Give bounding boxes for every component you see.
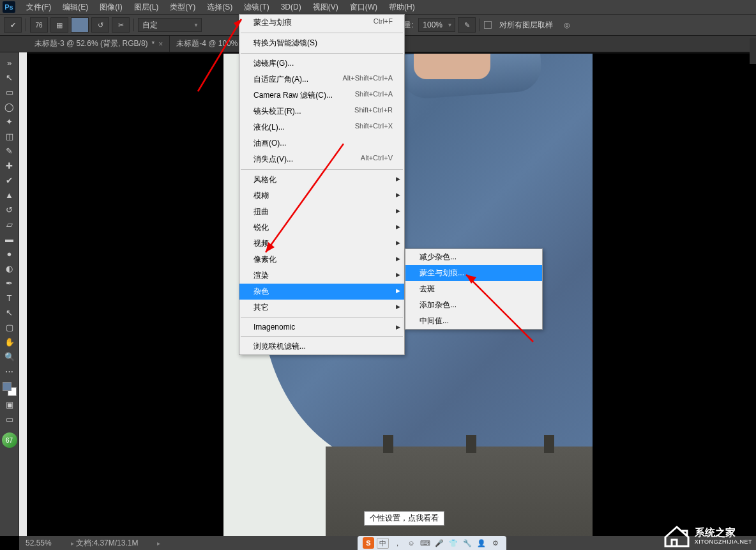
ctx-lens-correction[interactable]: 镜头校正(R)...Shift+Ctrl+R [239, 103, 404, 119]
status-zoom[interactable]: 52.55% [26, 539, 52, 547]
pressure-icon[interactable]: ◎ [558, 17, 576, 33]
sub-add-noise[interactable]: 添加杂色... [405, 297, 542, 313]
flow-dropdown[interactable]: 100% [418, 18, 455, 32]
pen-tool-icon[interactable]: ✒ [3, 277, 17, 289]
brush-size[interactable]: 76 [30, 17, 48, 33]
watermark-house-icon [663, 524, 691, 547]
quickmask-icon[interactable]: ▣ [3, 398, 17, 411]
menu-view[interactable]: 视图(V) [307, 0, 344, 14]
toolbox: » ↖ ▭ ◯ ✦ ◫ ✎ ✚ ✔ ▲ ↺ ▱ ▬ ● ◐ ✒ T ↖ ▢ ✋ … [0, 52, 19, 536]
menu-select[interactable]: 选择(S) [201, 0, 238, 14]
sogou-icon[interactable]: S [363, 537, 374, 549]
ctx-separator [241, 169, 403, 170]
ime-settings-icon[interactable]: ⚙ [490, 537, 501, 549]
menu-filter[interactable]: 滤镜(T) [238, 0, 275, 14]
mode-dropdown[interactable]: 自定 [138, 18, 202, 32]
sample-all-checkbox[interactable] [484, 21, 492, 29]
ctx-separator [241, 317, 403, 318]
color-swatches[interactable] [3, 382, 17, 396]
eraser-tool-icon[interactable]: ▱ [3, 218, 17, 231]
scissors-icon[interactable]: ✂ [112, 17, 130, 33]
gradient-tool-icon[interactable]: ▬ [3, 233, 17, 245]
ctx-video[interactable]: 视频 [239, 236, 404, 252]
ctx-filter-gallery[interactable]: 滤镜库(G)... [239, 56, 404, 72]
brush-panel-icon[interactable]: ▦ [50, 17, 68, 33]
tab-close-icon[interactable]: × [158, 40, 163, 49]
dodge-tool-icon[interactable]: ◐ [3, 262, 17, 275]
hand-tool-icon[interactable]: ✋ [3, 335, 17, 348]
ctx-last-filter[interactable]: 蒙尘与划痕Ctrl+F [239, 15, 404, 31]
sub-dust-scratches[interactable]: 蒙尘与划痕... [405, 265, 542, 281]
ctx-camera-raw[interactable]: Camera Raw 滤镜(C)...Shift+Ctrl+A [239, 88, 404, 103]
ctx-other[interactable]: 其它 [239, 300, 404, 316]
menubar: Ps 文件(F) 编辑(E) 图像(I) 图层(L) 类型(Y) 选择(S) 滤… [0, 0, 756, 14]
history-brush-icon[interactable]: ↺ [3, 203, 17, 216]
move-tool-icon[interactable]: ↖ [3, 71, 17, 84]
ctx-vanishing-point[interactable]: 消失点(V)...Alt+Ctrl+V [239, 151, 404, 167]
ime-lang-badge[interactable]: 中 [377, 538, 389, 549]
ctx-imagenomic[interactable]: Imagenomic [239, 320, 404, 334]
ime-voice-icon[interactable]: 🎤 [434, 537, 445, 549]
blur-tool-icon[interactable]: ● [3, 247, 17, 260]
ctx-pixelate[interactable]: 像素化 [239, 252, 404, 268]
ctx-smart-filter[interactable]: 转换为智能滤镜(S) [239, 35, 404, 51]
airbrush-icon[interactable]: ✎ [458, 17, 476, 33]
ctx-adaptive-wide[interactable]: 自适应广角(A)...Alt+Shift+Ctrl+A [239, 72, 404, 88]
lasso-tool-icon[interactable]: ◯ [3, 100, 17, 113]
crop-tool-icon[interactable]: ◫ [3, 130, 17, 142]
more-tools-icon[interactable]: ⋯ [3, 365, 17, 378]
status-doc-size: 文档:4.37M/13.1M [76, 539, 138, 547]
menu-3d[interactable]: 3D(D) [275, 0, 307, 14]
ime-emoji-icon[interactable]: ☺ [405, 537, 417, 549]
ctx-distort[interactable]: 扭曲 [239, 204, 404, 220]
sample-swatch[interactable] [71, 17, 89, 33]
stamp-tool-icon[interactable]: ▲ [3, 188, 17, 201]
ime-taskbar[interactable]: S 中 ， ☺ ⌨ 🎤 👕 🔧 👤 ⚙ [358, 536, 506, 550]
menu-image[interactable]: 图像(I) [94, 0, 128, 14]
ps-app-icon[interactable]: Ps [3, 1, 15, 13]
ctx-noise[interactable]: 杂色 [239, 284, 404, 300]
ctx-blur[interactable]: 模糊 [239, 188, 404, 204]
vertical-ruler [19, 52, 27, 536]
path-tool-icon[interactable]: ↖ [3, 306, 17, 319]
filter-menu: 蒙尘与划痕Ctrl+F 转换为智能滤镜(S) 滤镜库(G)... 自适应广角(A… [239, 14, 405, 355]
type-tool-icon[interactable]: T [3, 291, 17, 304]
menu-layer[interactable]: 图层(L) [128, 0, 165, 14]
ctx-stylize[interactable]: 风格化 [239, 172, 404, 188]
ime-skin-icon[interactable]: 👕 [448, 537, 459, 549]
options-icon[interactable]: ↺ [91, 17, 109, 33]
menu-help[interactable]: 帮助(H) [383, 0, 421, 14]
ctx-browse-filters[interactable]: 浏览联机滤镜... [239, 339, 404, 355]
sub-median[interactable]: 中间值... [405, 313, 542, 329]
timer-badge: 67 [2, 432, 17, 448]
menu-window[interactable]: 窗口(W) [344, 0, 383, 14]
sub-reduce-noise[interactable]: 减少杂色... [405, 249, 542, 265]
expand-handle-icon[interactable]: » [3, 56, 17, 69]
ime-punct-icon[interactable]: ， [391, 537, 403, 549]
ime-tool-icon[interactable]: 🔧 [462, 537, 473, 549]
ime-keyboard-icon[interactable]: ⌨ [420, 537, 431, 549]
sub-despeckle[interactable]: 去斑 [405, 281, 542, 297]
chevron-right-icon[interactable]: ▸ [157, 540, 160, 547]
shape-tool-icon[interactable]: ▢ [3, 321, 17, 333]
wand-tool-icon[interactable]: ✦ [3, 115, 17, 128]
menu-edit[interactable]: 编辑(E) [57, 0, 94, 14]
menu-file[interactable]: 文件(F) [20, 0, 57, 14]
chevron-right-icon[interactable]: ▸ [71, 540, 74, 547]
active-tool-icon[interactable]: ✔ [4, 17, 22, 33]
screenmode-icon[interactable]: ▭ [3, 413, 17, 425]
ctx-liquify[interactable]: 液化(L)...Shift+Ctrl+X [239, 119, 404, 135]
marquee-tool-icon[interactable]: ▭ [3, 86, 17, 98]
tab-title: 未标题-3 @ 52.6% (背景, RGB/8) [34, 38, 148, 49]
brush-tool-icon[interactable]: ✔ [3, 174, 17, 187]
eyedropper-tool-icon[interactable]: ✎ [3, 144, 17, 157]
right-panel-handle[interactable] [750, 38, 756, 64]
tab-doc-1[interactable]: 未标题-3 @ 52.6% (背景, RGB/8) * × [28, 36, 170, 52]
healing-tool-icon[interactable]: ✚ [3, 159, 17, 172]
menu-type[interactable]: 类型(Y) [164, 0, 201, 14]
ctx-sharpen[interactable]: 锐化 [239, 220, 404, 236]
ctx-oil-paint[interactable]: 油画(O)... [239, 135, 404, 151]
ime-user-icon[interactable]: 👤 [476, 537, 487, 549]
ctx-render[interactable]: 渲染 [239, 268, 404, 284]
zoom-tool-icon[interactable]: 🔍 [3, 350, 17, 363]
